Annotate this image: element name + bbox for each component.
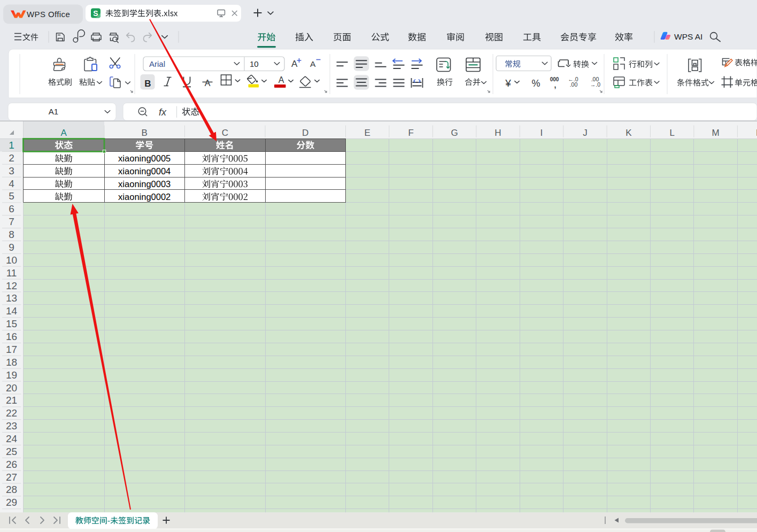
svg-text:15: 15 — [6, 318, 17, 329]
svg-text:WPS AI: WPS AI — [674, 32, 702, 41]
svg-text:fx: fx — [159, 107, 167, 118]
svg-text:8: 8 — [9, 229, 14, 240]
svg-text:29: 29 — [6, 497, 17, 508]
svg-text:M: M — [712, 128, 720, 138]
svg-text:C: C — [222, 128, 228, 138]
svg-text:21: 21 — [6, 395, 17, 406]
svg-text:3: 3 — [9, 165, 14, 176]
svg-text:xiaoning0002: xiaoning0002 — [118, 192, 171, 202]
svg-text:A: A — [279, 75, 284, 84]
svg-text:19: 19 — [6, 369, 17, 381]
svg-text:WPS Office: WPS Office — [27, 10, 70, 19]
svg-text:A: A — [61, 128, 67, 138]
svg-text:13: 13 — [6, 292, 17, 304]
svg-text:1: 1 — [9, 140, 14, 151]
svg-text:5: 5 — [9, 190, 14, 202]
svg-text:23: 23 — [6, 420, 17, 431]
svg-text:.00: .00 — [570, 81, 578, 88]
svg-text:22: 22 — [6, 407, 17, 419]
svg-text:D: D — [302, 128, 308, 138]
svg-text:2: 2 — [9, 152, 14, 164]
svg-text:E: E — [365, 128, 370, 138]
svg-text:28: 28 — [6, 484, 17, 495]
svg-text:9: 9 — [9, 242, 14, 253]
svg-text:→.0: →.0 — [590, 81, 600, 88]
svg-text:S: S — [93, 9, 98, 18]
svg-text:F: F — [408, 128, 413, 138]
svg-text:10: 10 — [6, 255, 17, 266]
svg-text:16: 16 — [6, 331, 17, 342]
svg-text:A: A — [291, 59, 298, 69]
svg-text:17: 17 — [6, 344, 17, 355]
svg-text:18: 18 — [6, 357, 17, 368]
svg-text:20: 20 — [6, 382, 17, 394]
svg-text:27: 27 — [6, 472, 17, 483]
svg-text:xiaoning0004: xiaoning0004 — [118, 166, 171, 176]
svg-text:%: % — [531, 78, 540, 89]
svg-text:¥: ¥ — [505, 78, 511, 89]
svg-text:,: , — [554, 81, 557, 89]
svg-text:xiaoning0005: xiaoning0005 — [118, 153, 171, 163]
svg-text:10: 10 — [250, 59, 259, 68]
svg-text:A: A — [205, 79, 211, 88]
svg-text:B: B — [144, 79, 151, 89]
svg-text:25: 25 — [6, 446, 17, 457]
svg-text:4: 4 — [9, 178, 14, 189]
svg-text:J: J — [583, 128, 588, 138]
svg-text:G: G — [451, 128, 458, 138]
svg-text:14: 14 — [6, 305, 18, 317]
svg-text:H: H — [495, 128, 501, 138]
svg-text:L: L — [669, 128, 674, 138]
svg-text:7: 7 — [9, 216, 14, 227]
svg-text:11: 11 — [6, 267, 17, 279]
svg-text:I: I — [540, 128, 543, 138]
svg-text:12: 12 — [6, 280, 17, 291]
svg-text:24: 24 — [6, 433, 18, 444]
svg-text:B: B — [142, 128, 148, 138]
svg-text:6: 6 — [9, 203, 14, 214]
svg-text:xiaoning0003: xiaoning0003 — [118, 179, 171, 189]
svg-text:A: A — [310, 59, 316, 68]
svg-text:A1: A1 — [49, 107, 58, 116]
svg-text:26: 26 — [6, 459, 17, 470]
svg-text:Arial: Arial — [149, 59, 165, 68]
svg-text:K: K — [625, 128, 632, 138]
